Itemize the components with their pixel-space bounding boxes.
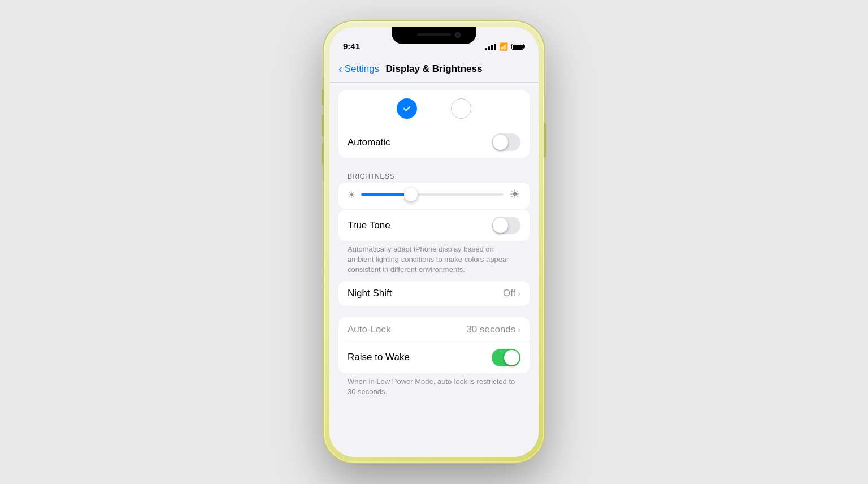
slider-fill	[361, 193, 411, 196]
signal-icon	[485, 44, 496, 50]
phone-frame: 9:41 📶	[324, 21, 544, 463]
silent-button[interactable]	[322, 89, 324, 105]
brightness-card: ☀ ☀	[338, 183, 530, 209]
night-shift-card[interactable]: Night Shift Off ›	[338, 281, 530, 306]
back-button[interactable]: ‹ Settings	[338, 63, 379, 75]
brightness-section-label: BRIGHTNESS	[329, 168, 539, 183]
true-tone-toggle-thumb	[493, 218, 508, 233]
speaker	[417, 33, 451, 36]
settings-list: Automatic BRIGHTNESS ☀	[329, 83, 539, 457]
automatic-label: Automatic	[348, 137, 492, 148]
raise-to-wake-toggle-thumb	[504, 350, 519, 365]
phone-screen: 9:41 📶	[329, 27, 539, 457]
appearance-card: Automatic	[338, 90, 530, 158]
true-tone-description: Automatically adapt iPhone display based…	[329, 241, 539, 281]
volume-down-button[interactable]	[322, 143, 324, 165]
light-mode-option[interactable]	[397, 98, 417, 119]
wifi-icon: 📶	[499, 42, 508, 51]
page-title: Display & Brightness	[386, 63, 483, 75]
automatic-row: Automatic	[338, 127, 530, 158]
raise-to-wake-toggle[interactable]	[492, 349, 520, 366]
camera	[455, 32, 461, 38]
nav-bar: ‹ Settings Display & Brightness	[329, 55, 539, 83]
dark-mode-option[interactable]	[451, 98, 471, 119]
raise-to-wake-label: Raise to Wake	[348, 352, 492, 363]
auto-lock-card: Auto-Lock 30 seconds › Raise to Wake	[338, 317, 530, 373]
low-power-note: When in Low Power Mode, auto-lock is res…	[329, 373, 539, 403]
true-tone-label: True Tone	[348, 220, 492, 231]
auto-lock-row[interactable]: Auto-Lock 30 seconds ›	[338, 317, 530, 342]
toggle-thumb	[493, 135, 508, 150]
raise-to-wake-row: Raise to Wake	[338, 342, 530, 373]
automatic-toggle[interactable]	[492, 133, 520, 151]
dark-mode-icon	[451, 98, 471, 119]
true-tone-row: True Tone	[338, 210, 530, 241]
volume-up-button[interactable]	[322, 115, 324, 136]
brightness-low-icon: ☀	[348, 189, 355, 200]
power-button[interactable]	[544, 123, 546, 157]
night-shift-value: Off	[503, 288, 515, 299]
auto-lock-label: Auto-Lock	[348, 324, 466, 335]
slider-thumb[interactable]	[404, 188, 418, 201]
back-label[interactable]: Settings	[345, 63, 379, 75]
night-shift-row[interactable]: Night Shift Off ›	[338, 281, 530, 306]
back-chevron-icon: ‹	[338, 63, 342, 74]
light-mode-icon	[397, 98, 417, 119]
night-shift-chevron-icon: ›	[518, 289, 520, 298]
screen-content: ‹ Settings Display & Brightness	[329, 27, 539, 457]
phone-body: 9:41 📶	[324, 21, 544, 463]
brightness-high-icon: ☀	[509, 187, 520, 202]
night-shift-label: Night Shift	[348, 288, 503, 299]
true-tone-card: True Tone	[338, 210, 530, 241]
brightness-slider[interactable]	[361, 193, 504, 196]
true-tone-toggle[interactable]	[492, 217, 520, 234]
battery-icon	[511, 44, 525, 50]
auto-lock-chevron-icon: ›	[518, 325, 520, 334]
status-icons: 📶	[485, 42, 525, 51]
notch	[392, 27, 476, 44]
auto-lock-value: 30 seconds	[466, 324, 515, 335]
